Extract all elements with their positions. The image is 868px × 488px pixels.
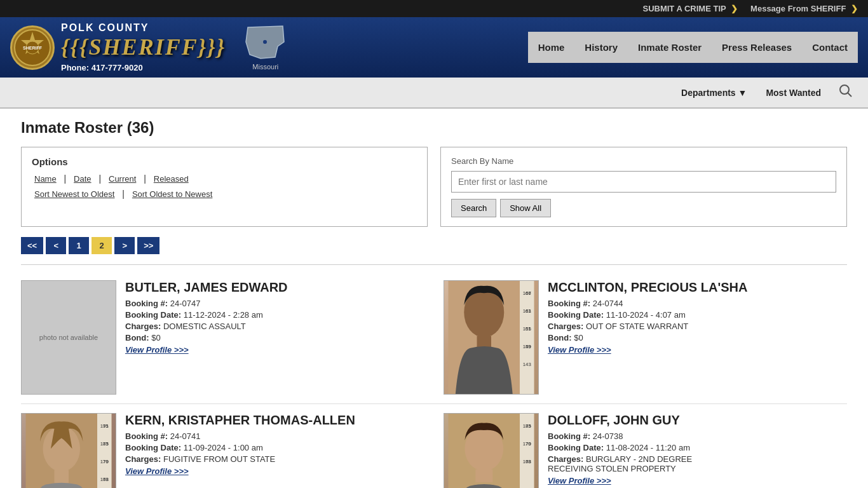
svg-text:63: 63: [526, 308, 531, 314]
filter-current-link[interactable]: Current: [106, 174, 139, 184]
inmate-bond-mcclinton: Bond: $0: [548, 333, 747, 342]
sheriff-word: {{{SHERIFF}}}: [61, 34, 226, 60]
booking-date-value-dolloff: 11-08-2024 - 11:20 am: [606, 443, 690, 452]
departments-button[interactable]: Departments ▼: [675, 84, 753, 102]
booking-num-label-mc: Booking #:: [548, 299, 590, 308]
svg-line-7: [848, 93, 851, 97]
message-prefix: Message From: [750, 4, 811, 13]
inmate-row-2: 191 185 179 173 75 73 70 68 66: [21, 404, 847, 488]
view-profile-butler[interactable]: View Profile >>>: [125, 345, 189, 355]
svg-text:143: 143: [523, 362, 532, 367]
page-next-button[interactable]: >: [114, 237, 135, 254]
inmate-photo-kern: 191 185 179 173 75 73 70 68 66: [21, 413, 116, 488]
crime-tip-highlight: CRIME TIP: [684, 4, 726, 13]
nav-home[interactable]: Home: [528, 32, 575, 63]
inmate-charges-dolloff: Charges: BURGLARY - 2ND DEGREERECEIVING …: [548, 454, 692, 473]
sort-links: Sort Newest to Oldest | Sort Oldest to N…: [32, 189, 417, 199]
booking-num-value-dolloff: 24-0738: [593, 431, 623, 441]
view-profile-mcclinton[interactable]: View Profile >>>: [548, 345, 611, 355]
nav-inmate-roster[interactable]: Inmate Roster: [628, 32, 712, 63]
inmate-charges-butler: Charges: DOMESTIC ASSAULT: [125, 322, 288, 331]
phone-info: Phone: 417-777-9020: [61, 63, 226, 72]
filter-name-link[interactable]: Name: [32, 174, 59, 184]
bond-label-mc: Bond:: [548, 333, 572, 342]
page-last-button[interactable]: >>: [137, 237, 159, 254]
svg-text:73: 73: [103, 441, 109, 447]
show-all-button[interactable]: Show All: [500, 199, 551, 217]
inmate-booking-num-dolloff: Booking #: 24-0738: [548, 431, 692, 441]
state-label: Missouri: [245, 63, 286, 71]
svg-text:61: 61: [526, 326, 531, 332]
sub-nav: Departments ▼ Most Wanted: [0, 78, 868, 109]
svg-text:68: 68: [103, 477, 109, 482]
inmate-booking-date-butler: Booking Date: 11-12-2024 - 2:28 am: [125, 310, 288, 320]
page-title: Inmate Roster (36): [21, 119, 847, 137]
nav-history[interactable]: History: [574, 32, 628, 63]
booking-date-value-butler: 11-12-2024 - 2:28 am: [184, 310, 263, 320]
svg-point-42: [465, 426, 503, 471]
inmate-row-1: photo not available BUTLER, JAMES EDWARD…: [21, 271, 847, 404]
sort-newest-link[interactable]: Sort Newest to Oldest: [32, 189, 117, 199]
inmate-info-kern: KERN, KRISTAPHER THOMAS-ALLEN Booking #:…: [125, 413, 355, 476]
inmate-photo-dolloff: 185 179 173 73 70 68: [444, 413, 539, 488]
crime-tip-chevron: ❯: [731, 4, 738, 13]
charges-value-kern: FUGITIVE FROM OUT STATE: [163, 454, 275, 464]
missouri-map: Missouri: [245, 24, 286, 71]
top-bar: SUBMIT A CRIME TIP ❯ Message From SHERIF…: [0, 0, 868, 17]
divider-top: [21, 264, 847, 265]
svg-text:66: 66: [526, 290, 531, 296]
inmate-info-mcclinton: MCCLINTON, PRECIOUS LA'SHA Booking #: 24…: [548, 280, 747, 355]
inmate-booking-date-mcclinton: Booking Date: 11-10-2024 - 4:07 am: [548, 310, 747, 320]
svg-rect-9: [520, 280, 534, 395]
booking-date-label-d: Booking Date:: [548, 443, 604, 452]
charges-value-butler: DOMESTIC ASSAULT: [163, 322, 246, 331]
nav-contact[interactable]: Contact: [802, 32, 858, 63]
search-box: Search By Name Search Show All: [440, 147, 847, 227]
view-profile-dolloff[interactable]: View Profile >>>: [548, 476, 611, 485]
nav-press-releases[interactable]: Press Releases: [712, 32, 802, 63]
site-search-button[interactable]: [834, 81, 858, 104]
sort-oldest-link[interactable]: Sort Oldest to Newest: [130, 189, 215, 199]
svg-text:59: 59: [526, 344, 531, 349]
page-1-button[interactable]: 1: [69, 237, 89, 254]
inmate-booking-num-butler: Booking #: 24-0747: [125, 299, 288, 308]
booking-num-label-d: Booking #:: [548, 431, 590, 441]
photo-placeholder-butler: photo not available: [33, 327, 104, 348]
booking-num-value-kern: 24-0741: [170, 431, 201, 441]
phone-label: Phone:: [61, 63, 89, 72]
site-header: SHERIFF POLK COUNTY {{{SHERIFF}}} Phone:…: [0, 17, 868, 78]
inmate-name-butler: BUTLER, JAMES EDWARD: [125, 280, 288, 295]
svg-rect-33: [55, 470, 69, 483]
inmate-name-dolloff: DOLLOFF, JOHN GUY: [548, 413, 692, 428]
svg-text:73: 73: [526, 423, 531, 429]
message-highlight: SHERIFF: [811, 4, 846, 13]
page-first-button[interactable]: <<: [21, 237, 43, 254]
booking-date-label-mc: Booking Date:: [548, 310, 604, 320]
charges-label-mc: Charges:: [548, 322, 583, 331]
inmate-booking-num-mcclinton: Booking #: 24-0744: [548, 299, 747, 308]
message-sheriff-link[interactable]: Message From SHERIFF ❯: [750, 4, 858, 13]
departments-label: Departments: [681, 88, 736, 98]
inmate-booking-date-kern: Booking Date: 11-09-2024 - 1:00 am: [125, 443, 355, 452]
inmate-charges-mcclinton: Charges: OUT OF STATE WARRANT: [548, 322, 747, 331]
crime-tip-link[interactable]: SUBMIT A CRIME TIP ❯: [642, 4, 738, 13]
name-search-input[interactable]: [451, 171, 836, 193]
page-2-button[interactable]: 2: [92, 237, 112, 254]
options-title: Options: [32, 156, 417, 167]
filter-date-link[interactable]: Date: [71, 174, 93, 184]
inmate-photo-mcclinton: 167 161 155 149 143 66 63 61 59: [444, 280, 539, 395]
booking-num-value-mcclinton: 24-0744: [593, 299, 623, 308]
svg-text:SHERIFF: SHERIFF: [23, 46, 43, 50]
view-profile-kern[interactable]: View Profile >>>: [125, 466, 189, 476]
inmate-entry-butler: photo not available BUTLER, JAMES EDWARD…: [21, 280, 424, 395]
inmate-charges-kern: Charges: FUGITIVE FROM OUT STATE: [125, 454, 355, 464]
booking-num-label: Booking #:: [125, 299, 168, 308]
most-wanted-link[interactable]: Most Wanted: [759, 84, 827, 102]
svg-point-6: [840, 85, 849, 94]
search-button[interactable]: Search: [451, 199, 496, 217]
inmate-info-butler: BUTLER, JAMES EDWARD Booking #: 24-0747 …: [125, 280, 288, 355]
page-prev-button[interactable]: <: [46, 237, 66, 254]
charges-label-d: Charges:: [548, 454, 583, 464]
filter-released-link[interactable]: Released: [151, 174, 191, 184]
charges-label-k: Charges:: [125, 454, 161, 464]
